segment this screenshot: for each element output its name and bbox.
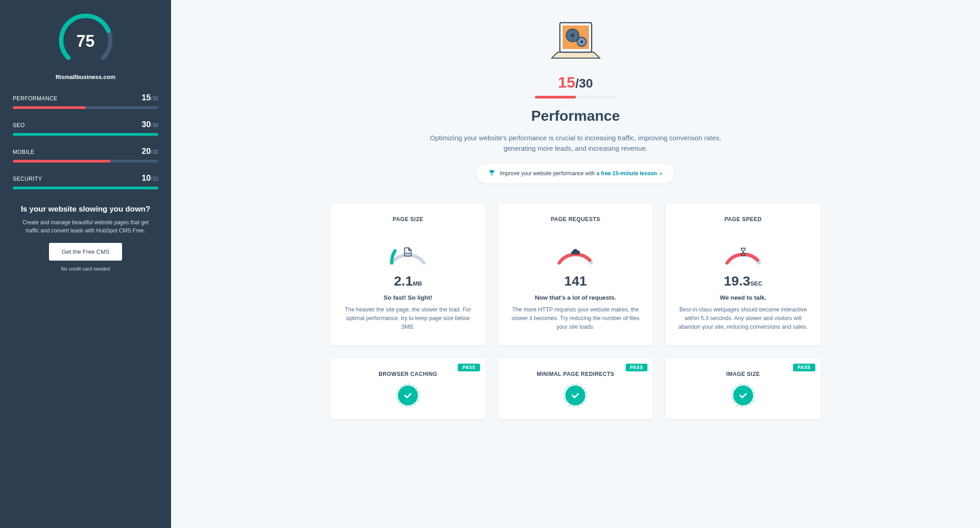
pass-badge: PASS [793,364,815,371]
get-free-cms-button[interactable]: Get the Free CMS [49,243,122,261]
checkmark-icon [565,385,585,405]
card-minimal-redirects: PASS MINIMAL PAGE REDIRECTS [498,358,653,419]
pass-badge: PASS [626,364,648,371]
svg-point-8 [580,40,583,43]
page-speed-gauge [718,231,768,267]
card-page-speed: PAGE SPEED 19.3SEC We need to talk. Best… [666,203,820,345]
metric-seo[interactable]: SEO 30/30 [13,120,158,136]
lesson-pill[interactable]: Improve your website performance with a … [476,164,675,183]
page-size-gauge [383,231,433,267]
external-link-icon [658,172,663,176]
section-title: Performance [421,108,730,124]
overall-score-value: 75 [76,32,94,51]
svg-marker-2 [552,52,600,58]
metric-cards-grid: PAGE SIZE 2.1MB So fast! So light! The h… [331,203,821,419]
main-content: 15/30 Performance Optimizing your websit… [171,0,980,528]
laptop-gears-illustration [546,9,605,68]
cloud-download-icon [570,247,580,259]
promo-box: Is your website slowing you down? Create… [13,205,158,271]
lesson-link[interactable]: free 15-minute lesson [601,170,657,177]
promo-title: Is your website slowing you down? [13,205,158,214]
lesson-text: Improve your website performance with a … [500,170,663,177]
trophy-icon [488,169,495,178]
overall-score-gauge: 75 [56,11,115,70]
section-score-bar [535,96,617,99]
card-image-size: PASS IMAGE SIZE [666,358,820,419]
metric-security[interactable]: SECURITY 10/10 [13,173,158,189]
filecode-icon [403,247,413,259]
section-description: Optimizing your website's performance is… [421,133,730,154]
metric-performance[interactable]: PERFORMANCE 15/30 [13,93,158,109]
pass-badge: PASS [458,364,480,371]
card-page-requests: PAGE REQUESTS 141 Now that's a lot of re… [498,203,653,345]
domain-label: fitsmallbusiness.com [55,74,115,80]
promo-note: No credit card needed [13,266,158,271]
checkmark-icon [733,385,753,405]
page-requests-gauge [550,231,600,267]
metrics-list: PERFORMANCE 15/30 SEO 30/30 MOBILE 20/30 [13,93,158,189]
metric-label: PERFORMANCE [13,95,58,102]
sidebar: 75 fitsmallbusiness.com PERFORMANCE 15/3… [0,0,171,528]
checkmark-icon [398,385,418,405]
section-score: 15/30 [421,74,730,91]
card-browser-caching: PASS BROWSER CACHING [331,358,485,419]
promo-text: Create and manage beautiful website page… [13,218,158,235]
metric-mobile[interactable]: MOBILE 20/30 [13,147,158,163]
card-page-size: PAGE SIZE 2.1MB So fast! So light! The h… [331,203,485,345]
svg-point-6 [571,34,574,37]
hourglass-icon [739,247,748,258]
